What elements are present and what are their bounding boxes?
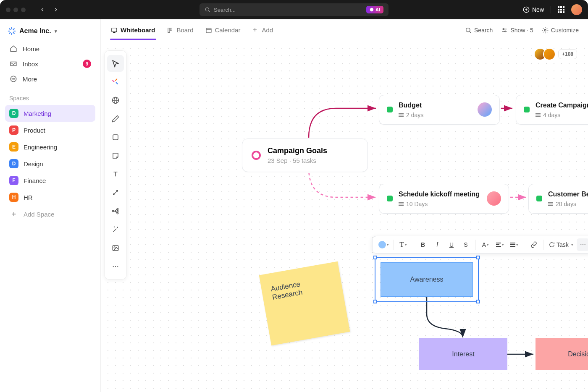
space-item-hr[interactable]: H HR: [5, 189, 95, 206]
collaborators-more[interactable]: +108: [558, 49, 577, 59]
more-icon: [9, 75, 18, 83]
paragraph-style-button[interactable]: T▾: [397, 238, 410, 251]
inbox-icon: [9, 60, 18, 68]
svg-rect-21: [206, 28, 211, 33]
task-card-kickoff[interactable]: Schedule kickoff meeting 10 Days: [379, 184, 509, 214]
svg-point-0: [205, 8, 209, 11]
tab-calendar[interactable]: Calendar: [205, 21, 242, 39]
assignee-avatar[interactable]: [487, 191, 501, 206]
apps-grid-icon[interactable]: [558, 6, 564, 13]
color-swatch-icon: [378, 241, 386, 248]
svg-point-29: [503, 29, 504, 30]
home-icon: [9, 45, 18, 52]
plus-icon: +: [9, 209, 18, 219]
window-controls[interactable]: [6, 8, 26, 12]
flow-node-decision[interactable]: Decision: [536, 338, 588, 370]
tab-add-view[interactable]: Add: [251, 21, 274, 39]
bold-button[interactable]: B: [417, 238, 429, 251]
svg-point-49: [584, 244, 585, 245]
add-space-button[interactable]: + Add Space: [5, 206, 95, 222]
tool-image[interactable]: [107, 240, 124, 256]
view-show-button[interactable]: Show · 5: [501, 27, 533, 34]
sticky-note[interactable]: Audience Research: [259, 261, 350, 345]
workspace-logo-icon: [8, 27, 16, 35]
space-item-product[interactable]: P Product: [5, 122, 95, 139]
tool-more[interactable]: [107, 258, 124, 275]
svg-point-38: [113, 210, 114, 212]
align-button[interactable]: ▾: [494, 238, 506, 251]
list-button[interactable]: ▾: [508, 238, 520, 251]
calendar-icon: [205, 27, 212, 34]
workspace-switcher[interactable]: Acme Inc. ▾: [5, 27, 95, 41]
svg-point-43: [114, 247, 115, 248]
collaborators: +108: [537, 48, 577, 60]
tool-text[interactable]: [107, 166, 124, 183]
tab-board[interactable]: Board: [166, 21, 194, 39]
ai-button[interactable]: AI: [366, 6, 383, 13]
tool-ai[interactable]: [107, 73, 124, 90]
space-item-design[interactable]: D Design: [5, 155, 95, 172]
svg-point-30: [505, 31, 506, 32]
space-badge: D: [9, 109, 18, 118]
workspace-name: Acme Inc.: [19, 27, 51, 35]
svg-rect-35: [113, 135, 118, 140]
status-icon: [524, 107, 530, 112]
list-icon: [399, 113, 404, 117]
whiteboard-canvas[interactable]: +108: [101, 41, 588, 392]
user-avatar[interactable]: [571, 4, 582, 15]
chevron-down-icon: ▾: [55, 29, 57, 34]
assignee-avatar[interactable]: [478, 102, 492, 117]
board-icon: [167, 27, 174, 34]
svg-line-1: [209, 11, 210, 12]
convert-task-button[interactable]: Task▾: [547, 238, 575, 251]
spaces-heading: Spaces: [5, 86, 95, 105]
task-card-customer-beta[interactable]: Customer Beta 20 days: [528, 184, 588, 214]
flow-node-awareness[interactable]: Awareness: [381, 262, 473, 297]
view-customize-button[interactable]: Customize: [542, 27, 579, 34]
goal-card[interactable]: Campaign Goals 23 Sep · 55 tasks: [242, 139, 368, 172]
svg-rect-20: [170, 28, 172, 31]
collaborator-avatar[interactable]: [543, 48, 556, 60]
new-button[interactable]: New: [523, 6, 544, 13]
link-button[interactable]: [528, 238, 540, 251]
space-item-marketing[interactable]: D Marketing: [5, 105, 95, 122]
goal-status-icon: [252, 151, 261, 160]
tool-magic[interactable]: [107, 221, 124, 238]
tool-shape[interactable]: [107, 129, 124, 146]
view-tabs: Whiteboard Board Calendar Add Search: [101, 19, 588, 41]
tool-select[interactable]: [107, 55, 124, 72]
toolbar-more-button[interactable]: [577, 238, 588, 251]
italic-button[interactable]: I: [431, 238, 444, 251]
task-card-budget[interactable]: Budget 2 days: [379, 95, 500, 125]
svg-point-48: [583, 244, 583, 245]
svg-rect-18: [112, 28, 117, 31]
space-item-engineering[interactable]: E Engineering: [5, 139, 95, 155]
nav-forward-button[interactable]: [51, 5, 61, 15]
tool-web[interactable]: [107, 92, 124, 109]
window-titlebar: Search... AI New: [0, 0, 588, 19]
space-item-finance[interactable]: F Finance: [5, 172, 95, 189]
tab-whiteboard[interactable]: Whiteboard: [110, 21, 156, 39]
sidebar-item-home[interactable]: Home: [5, 41, 95, 56]
tool-mindmap[interactable]: [107, 203, 124, 220]
flow-node-interest[interactable]: Interest: [419, 338, 507, 370]
sidebar-item-inbox[interactable]: Inbox 9: [5, 56, 95, 71]
plus-icon: [252, 27, 259, 34]
tool-pen[interactable]: [107, 110, 124, 127]
tool-connector[interactable]: [107, 184, 124, 201]
nav-back-button[interactable]: [37, 5, 47, 15]
underline-button[interactable]: U: [445, 238, 458, 251]
status-icon: [387, 107, 393, 112]
text-color-button[interactable]: A▾: [479, 238, 492, 251]
svg-point-47: [580, 244, 581, 245]
sidebar: Acme Inc. ▾ Home Inbox 9 More Spaces D M…: [0, 19, 101, 392]
svg-rect-19: [168, 28, 170, 32]
tool-sticky[interactable]: [107, 147, 124, 164]
sidebar-item-more[interactable]: More: [5, 71, 95, 86]
global-search-input[interactable]: Search... AI: [200, 3, 388, 16]
task-card-create-campaign[interactable]: Create Campaign 4 days: [516, 95, 588, 125]
strikethrough-button[interactable]: S: [459, 238, 472, 251]
view-search-button[interactable]: Search: [465, 27, 493, 34]
svg-line-13: [13, 29, 14, 29]
fill-color-button[interactable]: ▾: [377, 238, 390, 251]
